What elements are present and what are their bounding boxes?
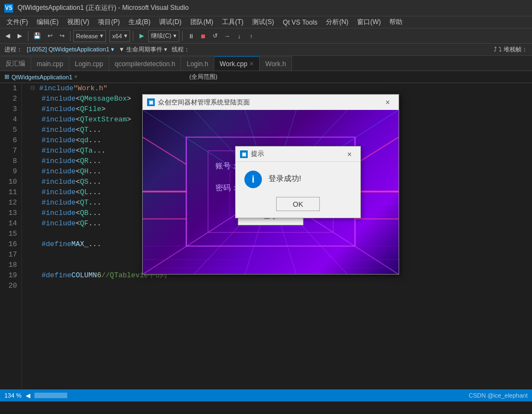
line-num-4: 4 xyxy=(2,114,17,125)
menu-project[interactable]: 项目(P) xyxy=(93,16,124,28)
toolbar: ◀ ▶ 💾 ↩ ↪ Release ▾ x64 ▾ ▶ 继续(C) ▾ ⏸ ⏹ … xyxy=(0,28,532,44)
line-num-11: 11 xyxy=(2,187,17,197)
line-num-17: 17 xyxy=(2,249,17,260)
ok-btn[interactable]: OK xyxy=(276,197,320,211)
forward-btn[interactable]: ▶ xyxy=(14,30,25,42)
process-label: 进程： xyxy=(4,45,22,54)
filepath-icon: ⊞ xyxy=(4,73,9,80)
tip-body: i 登录成功! xyxy=(236,162,360,195)
tab-work-cpp-close[interactable]: ✕ xyxy=(249,61,254,67)
tab-login-cpp[interactable]: Login.cpp xyxy=(69,56,109,71)
vs-icon: VS xyxy=(4,4,13,13)
login-dialog-close-btn[interactable]: × xyxy=(381,96,394,109)
menu-file[interactable]: 文件(F) xyxy=(2,16,32,28)
menu-qtvstools[interactable]: Qt VS Tools xyxy=(278,18,321,27)
stack-frame-label: ⤴ ⤵ 堆栈帧： xyxy=(494,45,528,54)
menu-view[interactable]: 视图(V) xyxy=(63,16,93,28)
status-bar: 134 % ◀ CSDN @ice_elephant xyxy=(0,389,532,401)
menu-debug[interactable]: 调试(D) xyxy=(155,16,186,28)
tip-title: 提示 xyxy=(251,149,264,159)
toolbar-sep-3 xyxy=(133,31,133,41)
undo-btn[interactable]: ↩ xyxy=(44,30,55,42)
menu-help[interactable]: 帮助 xyxy=(385,16,407,28)
step-over-btn[interactable]: → xyxy=(221,30,232,42)
info-icon-label: i xyxy=(252,174,254,185)
lifecycle-label: ▼ 生命周期事件 ▾ xyxy=(119,45,167,54)
x64-dropdown-arrow: ▾ xyxy=(124,32,127,39)
code-line-20 xyxy=(31,281,532,291)
line-num-7: 7 xyxy=(2,145,17,156)
tab-work-cpp-label: Work.cpp xyxy=(220,60,247,68)
release-dropdown[interactable]: Release ▾ xyxy=(73,30,106,42)
process-bar: 进程： [16052] QtWidgetsApplication1 ▾ ▼ 生命… xyxy=(0,44,532,56)
menu-analyze[interactable]: 分析(N) xyxy=(321,16,353,28)
continue-dropdown[interactable]: 继续(C) ▾ xyxy=(148,30,179,42)
menu-build[interactable]: 生成(B) xyxy=(124,16,155,28)
menu-tools[interactable]: 工具(T) xyxy=(218,16,248,28)
tip-footer: OK xyxy=(236,195,360,218)
tip-close-btn[interactable]: × xyxy=(343,148,356,161)
toolbar-sep-2 xyxy=(70,31,71,41)
line-num-10: 10 xyxy=(2,177,17,187)
tab-qcompiler-h[interactable]: qcompilerdetection.h xyxy=(109,56,182,71)
menu-bar: 文件(F) 编辑(E) 视图(V) 项目(P) 生成(B) 调试(D) 团队(M… xyxy=(0,16,532,28)
line-num-16: 16 xyxy=(2,239,17,249)
scroll-left-btn[interactable]: ◀ xyxy=(26,392,30,399)
thread-label: 线程： xyxy=(172,45,190,54)
line-num-13: 13 xyxy=(2,208,17,218)
scroll-bar[interactable] xyxy=(34,393,67,398)
continue-dropdown-arrow: ▾ xyxy=(173,32,177,39)
zoom-level[interactable]: 134 % xyxy=(4,392,21,399)
process-value[interactable]: [16052] QtWidgetsApplication1 ▾ xyxy=(27,46,114,53)
tab-main-cpp[interactable]: main.cpp xyxy=(31,56,69,71)
menu-team[interactable]: 团队(M) xyxy=(186,16,218,28)
redo-btn[interactable]: ↪ xyxy=(56,30,67,42)
restart-btn[interactable]: ↺ xyxy=(209,30,220,42)
menu-edit[interactable]: 编辑(E) xyxy=(32,16,63,28)
login-dialog-title: 众创空间器材管理系统登陆页面 xyxy=(158,98,250,107)
title-bar: VS QtWidgetsApplication1 (正在运行) - Micros… xyxy=(0,0,532,16)
line-num-9: 9 xyxy=(2,166,17,177)
pause-btn[interactable]: ⏸ xyxy=(185,30,196,42)
code-line-1: ⊟ #include "Work.h" xyxy=(31,83,532,94)
line-num-1: 1 xyxy=(2,83,17,94)
tab-work-h[interactable]: Work.h xyxy=(260,56,292,71)
tab-login-h-label: Login.h xyxy=(186,60,208,68)
x64-label: x64 xyxy=(112,33,122,39)
menu-test[interactable]: 测试(S) xyxy=(248,16,278,28)
filepath-scope: (全局范围) xyxy=(189,73,217,81)
line-num-12: 12 xyxy=(2,197,17,208)
watermark: CSDN @ice_elephant xyxy=(469,392,528,399)
step-out-btn[interactable]: ↑ xyxy=(245,30,256,42)
toolbar-sep-1 xyxy=(28,31,28,41)
continue-label: 继续(C) xyxy=(151,32,171,40)
tab-main-cpp-label: main.cpp xyxy=(37,60,63,68)
line-num-2: 2 xyxy=(2,94,17,104)
release-dropdown-arrow: ▾ xyxy=(100,32,103,39)
line-num-20: 20 xyxy=(2,281,17,291)
filepath-project[interactable]: QtWidgetsApplication1 xyxy=(11,74,72,80)
info-icon: i xyxy=(244,171,262,188)
account-label: 账号： xyxy=(211,161,238,171)
main-area: 1 2 3 4 5 6 7 8 9 10 11 12 13 14 15 16 1… xyxy=(0,83,532,389)
play-icon[interactable]: ▶ xyxy=(136,30,147,42)
line-num-3: 3 xyxy=(2,104,17,114)
line-num-15: 15 xyxy=(2,229,17,239)
menu-window[interactable]: 窗口(W) xyxy=(353,16,385,28)
tab-work-cpp[interactable]: Work.cpp ✕ xyxy=(214,56,260,71)
release-label: Release xyxy=(76,33,98,39)
svg-line-25 xyxy=(355,137,399,165)
filepath-bar: ⊞ QtWidgetsApplication1 ▾ (全局范围) xyxy=(0,71,532,83)
line-num-18: 18 xyxy=(2,260,17,270)
step-into-btn[interactable]: ↓ xyxy=(233,30,244,42)
back-btn[interactable]: ◀ xyxy=(2,30,13,42)
tab-disassembly[interactable]: 反汇编 xyxy=(0,56,31,71)
tip-dialog[interactable]: ▣ 提示 × i 登录成功! OK xyxy=(235,146,361,218)
tab-work-h-label: Work.h xyxy=(265,60,286,68)
x64-dropdown[interactable]: x64 ▾ xyxy=(109,30,130,42)
save-btn[interactable]: 💾 xyxy=(31,30,43,42)
toolbar-sep-4 xyxy=(182,31,183,41)
line-num-14: 14 xyxy=(2,218,17,229)
tab-login-h[interactable]: Login.h xyxy=(181,56,214,71)
stop-btn[interactable]: ⏹ xyxy=(197,30,208,42)
